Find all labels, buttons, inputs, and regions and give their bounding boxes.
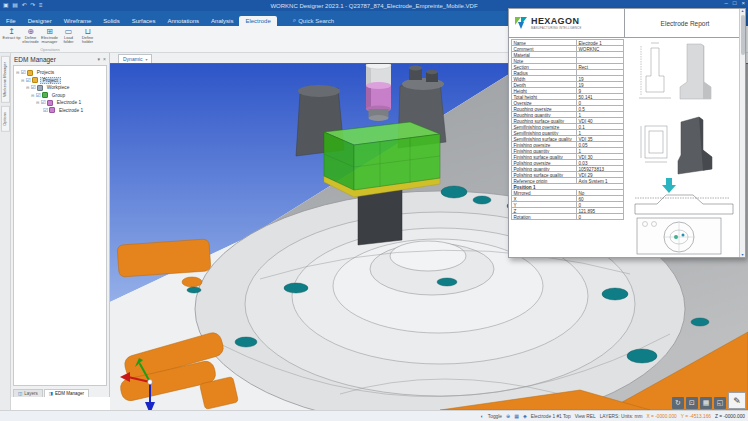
checkbox-icon[interactable]: ☑	[36, 93, 41, 98]
view-info: Electrode 1 #1 Top	[531, 414, 571, 419]
window-title: WORKNC Designer 2023.1 - Q23787_874_Elec…	[270, 3, 477, 9]
brand-subtitle: MANUFACTURING INTELLIGENCE	[531, 26, 582, 30]
minimize-icon[interactable]: –	[725, 0, 728, 6]
tab-surfaces[interactable]: Surfaces	[126, 16, 162, 26]
expander-icon[interactable]: ⊟	[21, 78, 24, 83]
layers-icon: ◫	[18, 391, 22, 396]
down-arrow-icon	[662, 178, 676, 193]
tab-electrode[interactable]: Electrode	[239, 16, 276, 26]
floating-view-tools: ↻ ⊡ ▦ ◱ ✎	[672, 392, 746, 409]
report-scrollbar[interactable]: ▲ ▼	[739, 9, 745, 257]
refresh-view-icon[interactable]: ↻	[672, 397, 684, 409]
define-holder-button[interactable]: ⊔ Define holder	[78, 26, 97, 45]
folder-icon	[32, 77, 38, 83]
tree-item-projects[interactable]: ⊟ ☑ Projects	[14, 69, 106, 77]
load-folder-label: Load folder	[59, 36, 78, 45]
dynamic-tab-label: Dynamic	[123, 56, 142, 62]
annotate-icon[interactable]: ✎	[728, 392, 746, 409]
folder-icon	[27, 70, 33, 76]
electrode-report-panel: HEXAGON MANUFACTURING INTELLIGENCE Elect…	[508, 8, 746, 258]
layers-tab[interactable]: ◫ Layers	[13, 389, 43, 397]
zoom-status-icon[interactable]: ⊕	[506, 413, 510, 419]
maximize-icon[interactable]: □	[733, 0, 737, 6]
hexagon-logo-icon	[514, 16, 528, 30]
expander-icon[interactable]: ⊟	[36, 100, 39, 105]
workpiece-plan-drawing	[637, 218, 721, 254]
electrode-manager-button[interactable]: ⊞ Electrode manager	[40, 26, 59, 45]
quick-access-toolbar-icons[interactable]: ▣ ▤ ↶ ↷ ≡	[3, 1, 44, 8]
toggle-label[interactable]: Toggle	[488, 414, 502, 419]
edm-manager-tab[interactable]: ◨ EDM Manager	[44, 389, 89, 397]
tab-analysis[interactable]: Analysis	[205, 16, 239, 26]
define-electrode-label: Define electrode	[21, 36, 40, 45]
tab-annotations[interactable]: Annotations	[161, 16, 205, 26]
section-view-icon[interactable]: ◱	[714, 397, 726, 409]
tree-item-label: Project	[40, 77, 61, 84]
tree-item-project[interactable]: ⊟ ☑ Project	[14, 77, 106, 85]
quick-search[interactable]: ⌕ Quick Search	[287, 15, 340, 26]
tab-designer[interactable]: Designer	[22, 16, 58, 26]
define-holder-label: Define holder	[78, 36, 97, 45]
checkbox-icon[interactable]: ☑	[31, 85, 36, 90]
tab-wireframe[interactable]: Wireframe	[58, 16, 98, 26]
report-drawings	[629, 38, 745, 257]
tree-item-electrode-1[interactable]: ⊟ ☑ Electrode 1	[14, 99, 106, 107]
group-icon	[42, 92, 48, 98]
electrode-3d-view-dark	[678, 117, 712, 174]
workpiece-icon	[37, 85, 43, 91]
group-label: Operations	[2, 47, 98, 52]
tree-item-electrode-1-child[interactable]: ☑ Electrode 1	[14, 107, 106, 115]
layers-info: LAYERS: Units: mm	[600, 414, 643, 419]
edm-manager-panel: EDM Manager ▾ × ⊟ ☑ Projects ⊟ ☑ Project…	[11, 53, 110, 397]
status-bar: ◐ Toggle ⊕ ▦ ◈ Electrode 1 #1 Top View R…	[0, 410, 748, 421]
electrode-icon	[47, 100, 53, 106]
expander-icon[interactable]: ⊟	[26, 85, 29, 90]
fit-view-icon[interactable]: ⊡	[686, 397, 698, 409]
close-icon[interactable]: ×	[741, 0, 745, 6]
checkbox-icon[interactable]: ☑	[41, 100, 46, 105]
tree-item-label: Projects	[35, 70, 56, 75]
grid-status-icon[interactable]: ▦	[514, 413, 519, 419]
tab-file[interactable]: File	[0, 16, 22, 26]
checkbox-icon[interactable]: ☑	[26, 78, 31, 83]
expander-icon[interactable]: ⊟	[16, 70, 19, 75]
dynamic-view-tab[interactable]: Dynamic ▾	[118, 54, 152, 63]
toggle-icon[interactable]: ◐	[481, 413, 484, 419]
options-vtab[interactable]: Options	[1, 106, 10, 132]
green-holder-block[interactable]	[324, 122, 440, 190]
electrode-column[interactable]	[358, 190, 402, 245]
workzone-manager-vtab[interactable]: Workzone Manager	[1, 56, 10, 103]
scroll-down-icon[interactable]: ▼	[741, 253, 744, 257]
electrode-3d-view-light	[680, 44, 711, 99]
report-row: Rotation0	[511, 213, 629, 220]
tree-item-label: Group	[50, 93, 67, 98]
load-folder-button[interactable]: ▭ Load folder	[59, 26, 78, 45]
workpiece-profile-drawing	[635, 195, 733, 214]
app-window: ▣ ▤ ↶ ↷ ≡ WORKNC Designer 2023.1 - Q2378…	[0, 0, 748, 421]
pin-icon[interactable]: ▾	[98, 56, 101, 62]
tree-item-label: Workpiece	[45, 85, 72, 90]
tab-solids[interactable]: Solids	[97, 16, 125, 26]
tree-item-workpiece[interactable]: ⊟ ☑ Workpiece	[14, 84, 106, 92]
edm-panel-title: EDM Manager	[14, 56, 56, 63]
report-title: Electrode Report	[625, 9, 745, 37]
panel-close-icon[interactable]: ×	[103, 56, 106, 62]
report-cell-label: Rotation	[511, 213, 577, 220]
report-cell-value: 0	[576, 213, 624, 220]
tree-item-group[interactable]: ⊟ ☑ Group	[14, 92, 106, 100]
scroll-up-icon[interactable]: ▲	[741, 9, 744, 13]
coord-y: Y = -4513.166	[681, 414, 711, 419]
scrollbar-thumb[interactable]	[741, 15, 745, 55]
checkbox-icon[interactable]: ☑	[43, 108, 48, 113]
coord-x: X = -0000.000	[647, 414, 677, 419]
electrode-top-view-drawing	[641, 126, 667, 162]
extract-tip-button[interactable]: ↥ Extract tip	[2, 26, 21, 45]
brand-name: HEXAGON	[531, 17, 582, 26]
operations-group: ↥ Extract tip ⊕ Define electrode ⊞ Elect…	[2, 26, 98, 52]
extract-tip-label: Extract tip	[2, 36, 21, 40]
define-electrode-button[interactable]: ⊕ Define electrode	[21, 26, 40, 45]
grid-view-icon[interactable]: ▦	[700, 397, 712, 409]
coord-z: Z = -0000.000	[715, 414, 745, 419]
expander-icon[interactable]: ⊟	[31, 93, 34, 98]
checkbox-icon[interactable]: ☑	[21, 70, 26, 75]
